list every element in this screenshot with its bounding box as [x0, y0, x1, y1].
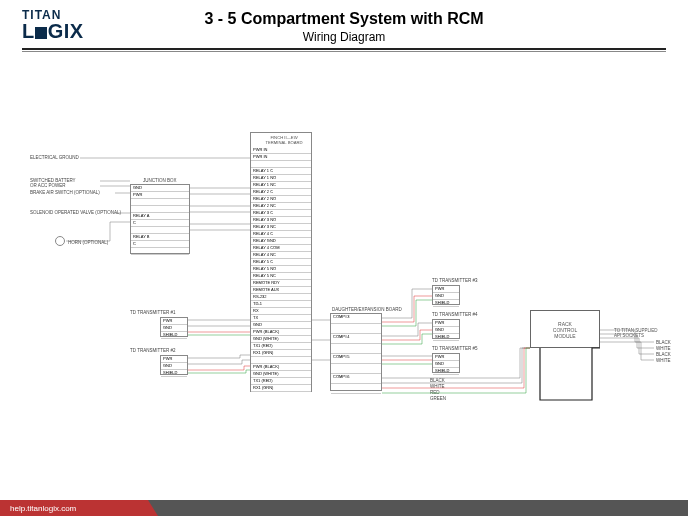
terminal-board: PWR INPWR INRELAY 1 CRELAY 1 NORELAY 1 N…: [250, 132, 312, 392]
terminal-row: RS-232: [251, 294, 311, 301]
footer-bar: help.titanlogix.com: [0, 500, 688, 516]
daughter-row: [331, 364, 381, 374]
terminal-row: RELAY 4 C: [251, 231, 311, 238]
terminal-row: REMOTE AUX: [251, 287, 311, 294]
header-rule: [22, 48, 666, 50]
label-junction-box: JUNCTION BOX: [143, 178, 177, 183]
tx-port: GND: [433, 361, 459, 368]
footer-url: help.titanlogix.com: [10, 504, 76, 513]
jb-row: [131, 206, 189, 213]
horn-icon: [55, 236, 65, 246]
api-color-3: BLACK: [656, 352, 671, 357]
terminal-row: GND: [251, 322, 311, 329]
terminal-row: RELAY 2 NO: [251, 196, 311, 203]
terminal-row: RX: [251, 308, 311, 315]
api-color-2: WHITE: [656, 346, 671, 351]
api-color-1: BLACK: [656, 340, 671, 345]
terminal-row: RELAY 3 NO: [251, 217, 311, 224]
jb-row: PWR: [131, 192, 189, 199]
terminal-row: TX: [251, 315, 311, 322]
terminal-row: RELAY GND: [251, 238, 311, 245]
terminal-row: RELAY 5 NO: [251, 266, 311, 273]
label-solenoid-valve: SOLENOID OPERATED VALVE (OPTIONAL): [30, 210, 121, 215]
terminal-row: PWR (BLACK): [251, 329, 311, 336]
terminal-row: REMOTE RDY: [251, 280, 311, 287]
label-daughter-board: DAUGHTER/EXPANSION BOARD: [332, 307, 402, 312]
terminal-row: RELAY 4 COM: [251, 245, 311, 252]
terminal-row: RELAY 1 NC: [251, 182, 311, 189]
jb-row: C: [131, 241, 189, 248]
tx-port: PWR: [433, 354, 459, 361]
tx-port: PWR: [161, 318, 187, 325]
jb-row: RELAY B: [131, 234, 189, 241]
daughter-row: [331, 324, 381, 334]
tx-port: SHIELD: [161, 370, 187, 377]
terminal-row: RELAY 3 C: [251, 210, 311, 217]
label-switched-battery-2: OR ACC POWER: [30, 183, 66, 188]
jb-row: RELAY A: [131, 213, 189, 220]
terminal-row: RELAY 1 NO: [251, 175, 311, 182]
tx-port: SHIELD: [161, 332, 187, 339]
terminal-row: RELAY 5 NC: [251, 273, 311, 280]
color-label-green: GREEN: [430, 396, 446, 401]
terminal-row: GND (WHITE): [251, 371, 311, 378]
tx-port: PWR: [433, 286, 459, 293]
terminal-row: RELAY 4 NC: [251, 252, 311, 259]
terminal-row: TX1 (RED): [251, 343, 311, 350]
terminal-row: RELAY 2 NC: [251, 203, 311, 210]
jb-row: [131, 199, 189, 206]
daughter-row: [331, 384, 381, 394]
terminal-row: RELAY 2 C: [251, 189, 311, 196]
junction-box: GND PWR RELAY A C RELAY B C: [130, 184, 190, 254]
color-label-white: WHITE: [430, 384, 445, 389]
label-tx1: TD TRANSMITTER #1: [130, 310, 175, 315]
label-tx4: TD TRANSMITTER #4: [432, 312, 477, 317]
jb-row: [131, 248, 189, 255]
td-transmitter-4: PWRGNDSHIELD: [432, 319, 460, 339]
api-color-4: WHITE: [656, 358, 671, 363]
terminal-row: TX1 (RED): [251, 378, 311, 385]
label-tx3: TD TRANSMITTER #3: [432, 278, 477, 283]
rack-control-module: RACK CONTROL MODULE: [530, 310, 600, 348]
wiring-svg: [0, 0, 688, 516]
page-title: 3 - 5 Compartment System with RCM: [0, 10, 688, 28]
tx-port: GND: [161, 363, 187, 370]
tx-port: GND: [433, 327, 459, 334]
header-rule-thin: [22, 51, 666, 52]
tx-port: PWR: [433, 320, 459, 327]
label-brake-air-switch: BRAKE AIR SWITCH (OPTIONAL): [30, 190, 100, 195]
page-subtitle: Wiring Diagram: [0, 30, 688, 44]
terminal-row: RX1 (GRN): [251, 350, 311, 357]
jb-row: C: [131, 220, 189, 227]
terminal-row: PWR IN: [251, 154, 311, 161]
terminal-row: PWR (BLACK): [251, 364, 311, 371]
tx-port: GND: [161, 325, 187, 332]
terminal-row: TD-1: [251, 301, 311, 308]
daughter-row: COMP#5: [331, 354, 381, 364]
tx-port: SHIELD: [433, 368, 459, 375]
td-transmitter-3: PWRGNDSHIELD: [432, 285, 460, 305]
tx-port: SHIELD: [433, 300, 459, 307]
td-transmitter-5: PWRGNDSHIELD: [432, 353, 460, 373]
daughter-row: COMP#3: [331, 314, 381, 324]
label-horn: HORN (OPTIONAL): [68, 240, 108, 245]
color-label-black: BLACK: [430, 378, 445, 383]
daughter-board: COMP#3COMP#4COMP#5COMP#6: [330, 313, 382, 391]
terminal-row: [251, 161, 311, 168]
tx-port: GND: [433, 293, 459, 300]
td-transmitter-2: PWRGNDSHIELD: [160, 355, 188, 375]
terminal-row: RELAY 1 C: [251, 168, 311, 175]
daughter-row: COMP#4: [331, 334, 381, 344]
terminal-row: RX1 (GRN): [251, 385, 311, 392]
jb-row: [131, 227, 189, 234]
color-label-red: RED: [430, 390, 440, 395]
daughter-row: [331, 344, 381, 354]
tx-port: PWR: [161, 356, 187, 363]
terminal-row: [251, 357, 311, 364]
terminal-row: PWR IN: [251, 147, 311, 154]
jb-row: GND: [131, 185, 189, 192]
terminal-row: RELAY 5 C: [251, 259, 311, 266]
label-tx5: TD TRANSMITTER #5: [432, 346, 477, 351]
terminal-row: RELAY 3 NC: [251, 224, 311, 231]
label-api-sockets: TO TITAN SUPPLIED API SOCKETS: [614, 328, 682, 338]
